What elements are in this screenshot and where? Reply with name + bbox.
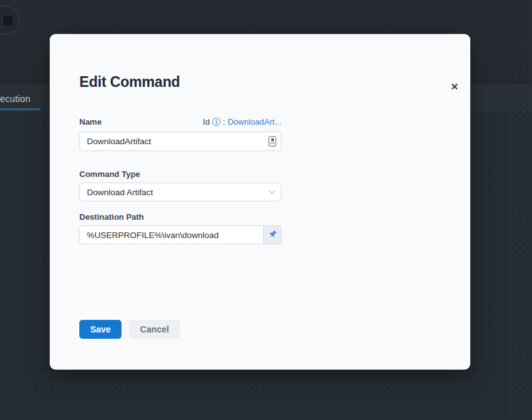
destination-path-group (79, 225, 281, 244)
command-type-select-wrap: Download Artifact (79, 183, 281, 201)
pin-icon (268, 230, 278, 240)
name-label: Name (79, 117, 101, 127)
command-type-select[interactable]: Download Artifact (79, 183, 281, 201)
name-input[interactable] (79, 132, 281, 151)
command-type-label: Command Type (79, 169, 281, 179)
background-panel-divider (511, 111, 511, 420)
active-tab-underline (0, 108, 40, 110)
stop-square-icon (3, 16, 13, 25)
save-button[interactable]: Save (79, 320, 122, 339)
destination-path-label: Destination Path (79, 212, 281, 222)
edit-command-dialog: ✕ Edit Command Name Id i : DownloadArt..… (50, 34, 470, 370)
tab-execution[interactable]: ecution (0, 94, 30, 104)
cancel-button[interactable]: Cancel (129, 320, 180, 339)
id-label: Id (203, 117, 210, 127)
destination-path-input[interactable] (79, 225, 264, 244)
autofill-icon-head (271, 139, 274, 141)
dialog-title: Edit Command (79, 74, 180, 91)
command-id-row: Id i : DownloadArt... (203, 117, 281, 127)
autofill-icon-body (270, 142, 274, 144)
close-icon[interactable]: ✕ (448, 80, 461, 94)
id-separator: : (223, 117, 225, 127)
info-icon[interactable]: i (212, 118, 220, 126)
command-id-link[interactable]: DownloadArt... (228, 117, 281, 127)
name-label-row: Name Id i : DownloadArt... (79, 117, 281, 127)
name-input-wrap (79, 132, 281, 151)
autofill-icon[interactable] (268, 136, 276, 147)
pin-button[interactable] (264, 225, 281, 244)
dialog-buttons-row: Save Cancel (79, 320, 281, 339)
